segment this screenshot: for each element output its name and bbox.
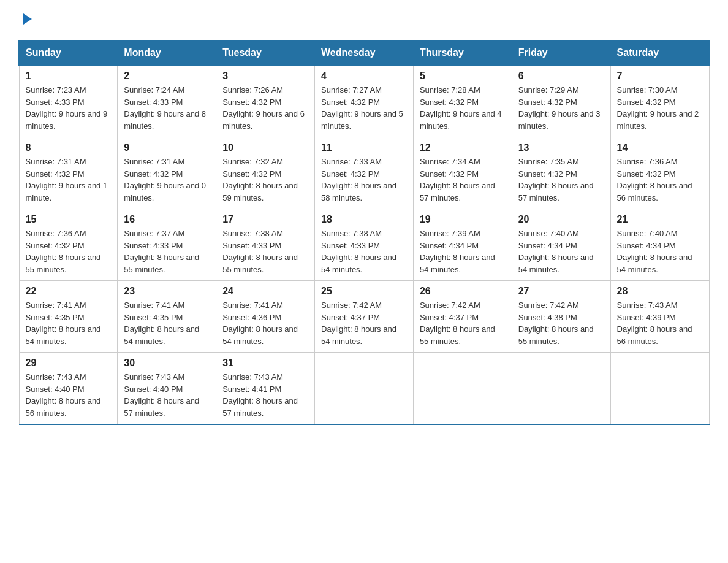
day-number: 28 <box>617 286 703 297</box>
calendar-cell: 2Sunrise: 7:24 AMSunset: 4:33 PMDaylight… <box>118 65 216 137</box>
day-info: Sunrise: 7:35 AMSunset: 4:32 PMDaylight:… <box>518 156 604 204</box>
day-number: 12 <box>420 142 506 153</box>
day-number: 6 <box>518 71 604 82</box>
calendar-cell: 31Sunrise: 7:43 AMSunset: 4:41 PMDayligh… <box>216 353 315 425</box>
calendar-cell: 14Sunrise: 7:36 AMSunset: 4:32 PMDayligh… <box>610 137 709 209</box>
calendar-cell: 22Sunrise: 7:41 AMSunset: 4:35 PMDayligh… <box>19 281 118 353</box>
day-info: Sunrise: 7:30 AMSunset: 4:32 PMDaylight:… <box>617 84 703 132</box>
day-number: 27 <box>518 286 604 297</box>
days-of-week-row: SundayMondayTuesdayWednesdayThursdayFrid… <box>19 41 709 66</box>
calendar-cell: 11Sunrise: 7:33 AMSunset: 4:32 PMDayligh… <box>315 137 414 209</box>
day-info: Sunrise: 7:43 AMSunset: 4:40 PMDaylight:… <box>26 371 112 419</box>
calendar-table: SundayMondayTuesdayWednesdayThursdayFrid… <box>18 40 710 425</box>
day-info: Sunrise: 7:43 AMSunset: 4:40 PMDaylight:… <box>124 371 210 419</box>
day-number: 19 <box>420 214 506 225</box>
day-number: 2 <box>124 71 210 82</box>
day-number: 13 <box>518 142 604 153</box>
day-number: 3 <box>222 71 308 82</box>
day-number: 7 <box>617 71 703 82</box>
day-info: Sunrise: 7:43 AMSunset: 4:39 PMDaylight:… <box>617 299 703 347</box>
day-info: Sunrise: 7:37 AMSunset: 4:33 PMDaylight:… <box>124 228 210 275</box>
calendar-cell: 23Sunrise: 7:41 AMSunset: 4:35 PMDayligh… <box>118 281 216 353</box>
day-info: Sunrise: 7:40 AMSunset: 4:34 PMDaylight:… <box>617 228 703 275</box>
calendar-body: 1Sunrise: 7:23 AMSunset: 4:33 PMDaylight… <box>19 65 709 424</box>
day-info: Sunrise: 7:27 AMSunset: 4:32 PMDaylight:… <box>321 84 407 132</box>
calendar-cell: 18Sunrise: 7:38 AMSunset: 4:33 PMDayligh… <box>315 209 414 281</box>
week-row-2: 8Sunrise: 7:31 AMSunset: 4:32 PMDaylight… <box>19 137 709 209</box>
calendar-cell <box>610 353 709 425</box>
day-info: Sunrise: 7:39 AMSunset: 4:34 PMDaylight:… <box>420 228 506 275</box>
calendar-cell: 30Sunrise: 7:43 AMSunset: 4:40 PMDayligh… <box>118 353 216 425</box>
calendar-cell: 6Sunrise: 7:29 AMSunset: 4:32 PMDaylight… <box>512 65 610 137</box>
day-info: Sunrise: 7:36 AMSunset: 4:32 PMDaylight:… <box>617 156 703 204</box>
day-info: Sunrise: 7:41 AMSunset: 4:35 PMDaylight:… <box>124 299 210 347</box>
calendar-cell: 3Sunrise: 7:26 AMSunset: 4:32 PMDaylight… <box>216 65 315 137</box>
day-of-week-sunday: Sunday <box>19 41 118 66</box>
logo <box>18 12 34 28</box>
day-info: Sunrise: 7:32 AMSunset: 4:32 PMDaylight:… <box>222 156 308 204</box>
day-info: Sunrise: 7:33 AMSunset: 4:32 PMDaylight:… <box>321 156 407 204</box>
calendar-cell: 17Sunrise: 7:38 AMSunset: 4:33 PMDayligh… <box>216 209 315 281</box>
day-number: 26 <box>420 286 506 297</box>
day-info: Sunrise: 7:42 AMSunset: 4:38 PMDaylight:… <box>518 299 604 347</box>
day-number: 5 <box>420 71 506 82</box>
day-of-week-monday: Monday <box>118 41 216 66</box>
calendar-cell: 26Sunrise: 7:42 AMSunset: 4:37 PMDayligh… <box>413 281 512 353</box>
day-info: Sunrise: 7:26 AMSunset: 4:32 PMDaylight:… <box>222 84 308 132</box>
day-number: 20 <box>518 214 604 225</box>
day-number: 9 <box>124 142 210 153</box>
day-number: 18 <box>321 214 407 225</box>
week-row-3: 15Sunrise: 7:36 AMSunset: 4:32 PMDayligh… <box>19 209 709 281</box>
day-of-week-tuesday: Tuesday <box>216 41 315 66</box>
calendar-cell: 27Sunrise: 7:42 AMSunset: 4:38 PMDayligh… <box>512 281 610 353</box>
day-info: Sunrise: 7:23 AMSunset: 4:33 PMDaylight:… <box>26 84 112 132</box>
day-number: 11 <box>321 142 407 153</box>
day-info: Sunrise: 7:36 AMSunset: 4:32 PMDaylight:… <box>26 228 112 275</box>
calendar-cell: 12Sunrise: 7:34 AMSunset: 4:32 PMDayligh… <box>413 137 512 209</box>
day-info: Sunrise: 7:40 AMSunset: 4:34 PMDaylight:… <box>518 228 604 275</box>
day-of-week-thursday: Thursday <box>413 41 512 66</box>
day-info: Sunrise: 7:28 AMSunset: 4:32 PMDaylight:… <box>420 84 506 132</box>
calendar-cell: 13Sunrise: 7:35 AMSunset: 4:32 PMDayligh… <box>512 137 610 209</box>
day-number: 30 <box>124 358 210 369</box>
day-number: 25 <box>321 286 407 297</box>
day-number: 21 <box>617 214 703 225</box>
day-number: 17 <box>222 214 308 225</box>
day-info: Sunrise: 7:38 AMSunset: 4:33 PMDaylight:… <box>321 228 407 275</box>
day-number: 31 <box>222 358 308 369</box>
day-info: Sunrise: 7:24 AMSunset: 4:33 PMDaylight:… <box>124 84 210 132</box>
calendar-cell: 20Sunrise: 7:40 AMSunset: 4:34 PMDayligh… <box>512 209 610 281</box>
calendar-cell: 25Sunrise: 7:42 AMSunset: 4:37 PMDayligh… <box>315 281 414 353</box>
calendar-cell: 28Sunrise: 7:43 AMSunset: 4:39 PMDayligh… <box>610 281 709 353</box>
week-row-1: 1Sunrise: 7:23 AMSunset: 4:33 PMDaylight… <box>19 65 709 137</box>
calendar-cell: 16Sunrise: 7:37 AMSunset: 4:33 PMDayligh… <box>118 209 216 281</box>
day-number: 10 <box>222 142 308 153</box>
day-info: Sunrise: 7:41 AMSunset: 4:35 PMDaylight:… <box>26 299 112 347</box>
calendar-header: SundayMondayTuesdayWednesdayThursdayFrid… <box>19 41 709 66</box>
calendar-cell: 7Sunrise: 7:30 AMSunset: 4:32 PMDaylight… <box>610 65 709 137</box>
day-info: Sunrise: 7:31 AMSunset: 4:32 PMDaylight:… <box>26 156 112 204</box>
day-number: 16 <box>124 214 210 225</box>
calendar-cell <box>413 353 512 425</box>
day-number: 24 <box>222 286 308 297</box>
calendar-cell: 29Sunrise: 7:43 AMSunset: 4:40 PMDayligh… <box>19 353 118 425</box>
page-header <box>18 12 710 28</box>
svg-marker-0 <box>23 13 32 25</box>
calendar-cell: 8Sunrise: 7:31 AMSunset: 4:32 PMDaylight… <box>19 137 118 209</box>
day-of-week-wednesday: Wednesday <box>315 41 414 66</box>
calendar-cell: 1Sunrise: 7:23 AMSunset: 4:33 PMDaylight… <box>19 65 118 137</box>
day-info: Sunrise: 7:29 AMSunset: 4:32 PMDaylight:… <box>518 84 604 132</box>
calendar-cell: 24Sunrise: 7:41 AMSunset: 4:36 PMDayligh… <box>216 281 315 353</box>
day-info: Sunrise: 7:43 AMSunset: 4:41 PMDaylight:… <box>222 371 308 419</box>
day-number: 22 <box>26 286 112 297</box>
calendar-cell: 21Sunrise: 7:40 AMSunset: 4:34 PMDayligh… <box>610 209 709 281</box>
day-info: Sunrise: 7:41 AMSunset: 4:36 PMDaylight:… <box>222 299 308 347</box>
calendar-cell: 4Sunrise: 7:27 AMSunset: 4:32 PMDaylight… <box>315 65 414 137</box>
day-info: Sunrise: 7:42 AMSunset: 4:37 PMDaylight:… <box>420 299 506 347</box>
calendar-cell: 9Sunrise: 7:31 AMSunset: 4:32 PMDaylight… <box>118 137 216 209</box>
day-of-week-friday: Friday <box>512 41 610 66</box>
logo-arrow-icon <box>21 12 34 26</box>
day-number: 29 <box>26 358 112 369</box>
calendar-cell: 5Sunrise: 7:28 AMSunset: 4:32 PMDaylight… <box>413 65 512 137</box>
day-number: 14 <box>617 142 703 153</box>
